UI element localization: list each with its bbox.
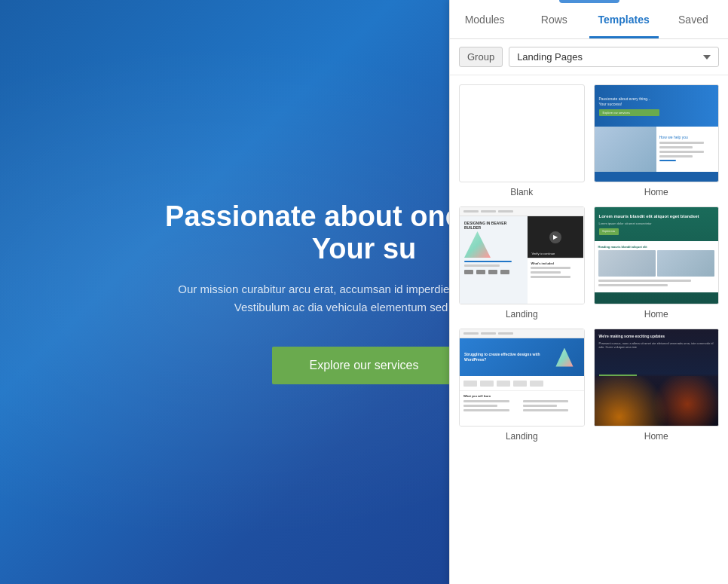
template-thumb-landing2: Struggling to create effective designs w…: [459, 329, 585, 427]
group-label: Group: [459, 47, 503, 67]
template-label-blank: Blank: [510, 187, 533, 197]
template-panel: Modules Rows Templates Saved Group Landi…: [449, 0, 728, 584]
filter-row: Group Landing Pages Blog Portfolio eComm…: [450, 39, 728, 75]
template-thumb-landing: DESIGNING IN BEAVER BUILDER: [459, 206, 585, 304]
tab-templates[interactable]: Templates: [589, 3, 659, 38]
template-label-landing: Landing: [506, 309, 538, 320]
template-thumb-home2: Lorem mauris blandit elit aliquot eget b…: [594, 206, 720, 304]
template-item-home3[interactable]: We're making some exciting updates Praes…: [594, 329, 720, 442]
template-item-blank[interactable]: Blank: [459, 84, 585, 197]
template-item-landing[interactable]: DESIGNING IN BEAVER BUILDER: [459, 206, 585, 320]
template-label-home1: Home: [644, 187, 668, 197]
template-label-landing2: Landing: [506, 431, 538, 442]
group-dropdown[interactable]: Landing Pages Blog Portfolio eCommerce: [509, 47, 719, 67]
templates-grid: Blank Passionate about every thing... Yo…: [450, 75, 728, 584]
template-item-home2[interactable]: Lorem mauris blandit elit aliquot eget b…: [594, 206, 720, 320]
template-label-home3: Home: [644, 431, 668, 442]
tab-modules[interactable]: Modules: [450, 3, 519, 38]
template-thumb-home1: Passionate about every thing... Your suc…: [594, 84, 720, 182]
template-thumb-blank: [459, 84, 585, 182]
template-item-landing2[interactable]: Struggling to create effective designs w…: [459, 329, 585, 442]
cta-button[interactable]: Explore our services: [272, 347, 457, 384]
tab-saved[interactable]: Saved: [659, 3, 728, 38]
tab-rows[interactable]: Rows: [519, 3, 589, 38]
template-thumb-home3: We're making some exciting updates Praes…: [594, 329, 720, 427]
template-label-home2: Home: [644, 309, 668, 320]
template-item-home1[interactable]: Passionate about every thing... Your suc…: [594, 84, 720, 197]
panel-tabs: Modules Rows Templates Saved: [450, 3, 728, 39]
